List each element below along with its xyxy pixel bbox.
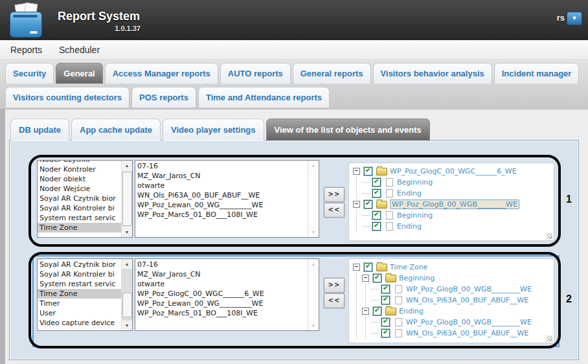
tree-item-label[interactable]: Beginning [399,274,435,282]
list-item-time-zone[interactable]: Time Zone [38,289,122,299]
list-item-otwarte[interactable]: otwarte [135,181,308,190]
tree-checkbox-checked[interactable] [373,307,381,315]
tree-checkbox-checked[interactable] [364,167,372,176]
scroll-up-icon[interactable]: ▲ [308,161,319,170]
list-item-noder-czytnik[interactable]: Noder Czytnik [38,160,122,165]
tree-checkbox-checked[interactable] [381,329,390,337]
tab-access-manager-reports[interactable]: Access Manager reports [105,63,218,84]
tab-video-player-settings[interactable]: Video player settings [163,119,264,141]
object-type-list-2[interactable]: Soyal AR Czytnik biorSoyal AR Kontroler … [37,258,133,331]
tab-time-and-attendance-reports[interactable]: Time and Attendance reports [198,87,330,108]
scroll-thumb[interactable] [122,293,132,317]
tree-item-label[interactable]: WP_Poz_GlogB_00_WGB________WE [406,285,532,293]
tree-checkbox-checked[interactable] [372,178,381,187]
list-item-timer[interactable]: Timer [38,299,122,308]
user-menu-button[interactable]: ▼ [567,12,582,25]
scroll-thumb[interactable] [122,172,132,226]
list-item-wp-poz-lewan-00-wg-we[interactable]: WP_Poz_Lewan_00_WG_________WE [135,200,308,210]
collapse-minus-icon[interactable] [353,168,360,175]
event-list-1[interactable]: 07-16MZ_War_Jaros_CNotwarteWN_Ols_Pi63A_… [135,160,319,238]
list-item-noder-wej-cie[interactable]: Noder Wejście [38,184,122,194]
tab-general[interactable]: General [56,63,102,84]
scroll-up-icon[interactable]: ▲ [308,259,319,269]
scroll-down-icon[interactable]: ▼ [308,227,319,237]
tab-app-cache-update[interactable]: App cache update [71,119,161,141]
list-item-wp-poz-glogc-00-wgc-6-we[interactable]: WP_Poz_GlogC_00_WGC______6_WE [135,289,308,299]
add-button-2[interactable]: >> [324,278,345,293]
tab-view-of-the-list-of-objects-and-events[interactable]: View of the list of objects and events [266,119,430,141]
tab-db-update[interactable]: DB update [10,119,69,141]
scroll-up-icon[interactable]: ▲ [122,259,132,269]
list-item-mz-war-jaros-cn[interactable]: MZ_War_Jaros_CN [135,269,308,279]
tree-item-label[interactable]: WP_Poz_GlogC_00_WGC______6_WE [390,167,517,176]
list-item-wp-poz-lewan-00-wg-we[interactable]: WP_Poz_Lewan_00_WG_________WE [135,299,308,308]
collapse-minus-icon[interactable] [362,308,369,315]
tree-checkbox-checked[interactable] [372,211,381,220]
scrollbar[interactable]: ▲ ▼ [121,259,132,330]
tree-item-label[interactable]: WP_Poz_GlogB_00_WGB________WE [390,199,519,209]
list-item-soyal-ar-kontroler-bi[interactable]: Soyal AR Kontroler bi [38,203,122,213]
list-item-system-restart-servic[interactable]: System restart servic [38,213,122,223]
resize-grip[interactable] [547,233,552,239]
resize-grip[interactable] [547,336,552,341]
tree-checkbox-checked[interactable] [373,274,381,282]
list-item-mz-war-jaros-cn[interactable]: MZ_War_Jaros_CN [135,171,308,181]
tab-general-reports[interactable]: General reports [293,63,371,84]
tree-checkbox-checked[interactable] [364,200,372,209]
tree-item-label[interactable]: Beginning [397,178,433,187]
tab-auto-reports[interactable]: AUTO reports [220,63,291,84]
list-item-07-16[interactable]: 07-16 [135,161,308,171]
tree-checkbox-checked[interactable] [372,222,381,231]
tab-security[interactable]: Security [5,63,54,84]
tree-checkbox-checked[interactable] [381,285,390,293]
menu-item-reports[interactable]: Reports [10,45,42,55]
scroll-up-icon[interactable]: ▲ [122,161,132,170]
tab-visitors-behavior-analysis[interactable]: Visitors behavior analysis [373,63,492,84]
scrollbar[interactable]: ▲ ▼ [308,259,319,330]
scroll-down-icon[interactable]: ▼ [122,227,132,237]
tree-item-label[interactable]: WP_Poz_GlogB_00_WGB________WE [406,318,532,326]
tree-checkbox-checked[interactable] [381,296,390,304]
tree-checkbox-checked[interactable] [364,263,372,271]
list-item-system-restart-servic[interactable]: System restart servic [38,279,122,289]
list-item-otwarte[interactable]: otwarte [135,279,308,289]
remove-button-1[interactable]: << [324,203,345,218]
scrollbar[interactable]: ▲ ▼ [308,161,319,237]
list-item-user[interactable]: User [38,308,122,318]
tree-item-label[interactable]: Ending [399,307,424,315]
tree-item-label[interactable]: Ending [397,189,422,198]
tree-checkbox-checked[interactable] [372,189,381,198]
menu-item-scheduler[interactable]: Scheduler [59,45,100,55]
tree-item-label[interactable]: WN_Ols_Pi63A_00_BUF_ABUF__WE [406,329,528,337]
tab-pos-reports[interactable]: POS reports [131,87,196,108]
tree-item-label[interactable]: Time Zone [390,263,427,271]
list-item-noder-obiekt[interactable]: Noder obiekt [38,174,122,184]
list-item-soyal-ar-czytnik-bior[interactable]: Soyal AR Czytnik bior [38,260,122,269]
list-item-wn-ols-pi63a-00-buf-abuf-we[interactable]: WN_Ols_Pi63A_00_BUF_ABUF__WE [135,190,308,200]
tree-item-label[interactable]: WN_Ols_Pi63A_00_BUF_ABUF__WE [406,296,528,304]
remove-button-2[interactable]: << [324,293,345,308]
collapse-minus-icon[interactable] [362,275,369,282]
list-item-wp-poz-marc5-01-bo-108i-we[interactable]: WP_Poz_Marc5_01_BO___108I_WE [135,308,308,318]
collapse-minus-icon[interactable] [353,264,360,271]
list-item-wp-poz-marc5-01-bo-108i-we[interactable]: WP_Poz_Marc5_01_BO___108I_WE [135,210,308,220]
scrollbar[interactable]: ▲ ▼ [121,161,132,237]
tree-item-label[interactable]: Beginning [397,211,433,220]
list-item-video-capture-device[interactable]: Video capture device [38,318,122,328]
scroll-down-icon[interactable]: ▼ [122,321,132,330]
selected-objects-tree-1[interactable]: WP_Poz_GlogC_00_WGC______6_WEBeginningEn… [348,163,554,241]
list-item-time-zone[interactable]: Time Zone [38,223,122,233]
add-button-1[interactable]: >> [324,187,345,202]
list-item-soyal-ar-kontroler-bi[interactable]: Soyal AR Kontroler bi [38,269,122,279]
list-item-soyal-ar-czytnik-bior[interactable]: Soyal AR Czytnik bior [38,194,122,203]
list-item-07-16[interactable]: 07-16 [135,260,308,269]
event-list-2[interactable]: 07-16MZ_War_Jaros_CNotwarteWP_Poz_GlogC_… [135,258,319,331]
tree-checkbox-checked[interactable] [381,318,390,326]
object-type-list-1[interactable]: Noder CzytnikNoder KontrolerNoder obiekt… [37,160,133,238]
scroll-down-icon[interactable]: ▼ [308,321,319,330]
tab-incident-manager[interactable]: Incident manager [494,63,580,84]
selected-objects-tree-2[interactable]: Time ZoneBeginningWP_Poz_GlogB_00_WGB___… [348,258,554,343]
tree-item-label[interactable]: Ending [397,222,422,231]
tab-visitors-counting-detectors[interactable]: Visitors counting detectors [5,87,130,108]
collapse-minus-icon[interactable] [353,201,360,208]
